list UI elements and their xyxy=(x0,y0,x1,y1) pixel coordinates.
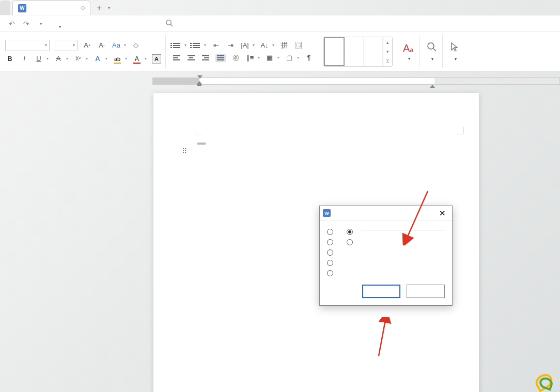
font-name-select[interactable]: ▾ xyxy=(5,40,50,51)
bold-icon[interactable]: B xyxy=(5,54,14,64)
svg-point-2 xyxy=(428,43,434,49)
search-icon[interactable] xyxy=(165,19,173,28)
distributed-icon[interactable]: ㊔ xyxy=(231,53,240,62)
para-options-icon[interactable]: ¶ xyxy=(304,53,314,62)
menu-insert[interactable] xyxy=(72,20,74,27)
selected-text[interactable] xyxy=(197,143,206,145)
align-left-icon[interactable] xyxy=(172,53,181,62)
superscript-icon[interactable]: X² xyxy=(73,54,83,64)
font-group: ▾ ▾ A+ A- Aa▾ ◇ B I U▾ A▾ X²▾ A▾ ab▾ A▾ … xyxy=(1,35,166,68)
highlight-icon[interactable]: ab xyxy=(113,54,122,64)
align-justify-icon[interactable] xyxy=(215,54,226,62)
radio-lowercase[interactable] xyxy=(327,239,336,245)
findreplace-button[interactable]: ▾ xyxy=(422,35,443,68)
margin-corner-tl xyxy=(195,127,202,134)
menu-tabs xyxy=(50,20,155,27)
align-right-icon[interactable] xyxy=(201,53,210,62)
sort-icon[interactable]: A↓ xyxy=(260,41,269,50)
style-h2[interactable] xyxy=(364,37,383,66)
word-icon: W xyxy=(18,4,26,12)
watermark xyxy=(535,374,554,388)
change-case-dialog: W ✕ xyxy=(319,206,453,306)
tab-document[interactable]: W xyxy=(12,1,90,15)
char-shading-icon[interactable]: A xyxy=(152,54,161,64)
radio-uppercase[interactable] xyxy=(327,249,336,256)
radio-sentence-case[interactable] xyxy=(327,229,336,235)
qat-dropdown-icon[interactable]: ▾ xyxy=(36,19,45,28)
ribbon: ▾ ▾ A+ A- Aa▾ ◇ B I U▾ A▾ X²▾ A▾ ab▾ A▾ … xyxy=(0,32,560,71)
stylebook-icon: Aₐ xyxy=(403,42,414,54)
document-tabs: W ＋ ▾ xyxy=(0,0,560,15)
style-up-icon[interactable]: ▴ xyxy=(383,38,392,47)
grow-font-icon[interactable]: A+ xyxy=(83,41,92,50)
borders-icon[interactable]: ▢ xyxy=(285,53,294,62)
pinyin-icon[interactable]: 拼 xyxy=(279,41,289,50)
radio-fullwidth[interactable] xyxy=(347,239,356,245)
italic-icon[interactable]: I xyxy=(20,54,29,64)
tab-unsaved-dot xyxy=(81,6,85,10)
menu-member[interactable] xyxy=(153,20,155,27)
menu-view[interactable] xyxy=(126,20,128,27)
shrink-font-icon[interactable]: A- xyxy=(97,41,106,50)
shading-icon[interactable]: ▦ xyxy=(265,53,274,62)
tab-template[interactable] xyxy=(0,1,10,15)
svg-line-1 xyxy=(170,24,173,26)
indent-icon[interactable]: ⇥ xyxy=(226,41,235,50)
redo-icon[interactable]: ↷ xyxy=(22,19,31,28)
clear-format-icon[interactable]: ◇ xyxy=(131,41,141,50)
svg-line-3 xyxy=(433,49,436,51)
right-indent-marker[interactable] xyxy=(430,84,435,89)
underline-icon[interactable]: U xyxy=(34,54,43,64)
outdent-icon[interactable]: ⇤ xyxy=(211,41,221,50)
paragraph-group: ▾ ▾ ⇤ ⇥ |A|▾ A↓▾ 拼 ⿴ ㊔ ‖≡▾ ▦▾ ▢▾ ¶ xyxy=(168,35,318,68)
style-h1[interactable] xyxy=(345,37,364,66)
horizontal-ruler[interactable] xyxy=(0,75,560,87)
char-spacing-icon[interactable]: |A| xyxy=(240,41,250,50)
radio-toggle-case[interactable] xyxy=(327,260,336,266)
strike-icon[interactable]: A xyxy=(54,54,63,64)
select-icon xyxy=(450,42,460,55)
menu-bar: ↶ ↷ ▾ xyxy=(0,15,560,32)
align-center-icon[interactable] xyxy=(186,53,196,62)
menu-tools[interactable] xyxy=(139,20,142,27)
style-down-icon[interactable]: ▾ xyxy=(383,47,392,56)
quick-access: ↶ ↷ ▾ xyxy=(3,19,50,28)
select-button[interactable]: ▾ xyxy=(445,35,465,68)
new-tab-dropdown[interactable]: ▾ xyxy=(106,5,112,10)
styles-gallery: ▴ ▾ ⊻ xyxy=(323,37,393,67)
hanging-indent[interactable] xyxy=(197,84,203,88)
undo-icon[interactable]: ↶ xyxy=(7,19,17,28)
radio-title-case[interactable] xyxy=(327,270,336,276)
find-icon xyxy=(427,42,437,55)
style-nav: ▴ ▾ ⊻ xyxy=(383,38,392,66)
change-case-icon[interactable]: Aa xyxy=(112,41,121,50)
stylebook-button[interactable]: Aₐ ▾ xyxy=(398,35,419,68)
menu-ref[interactable] xyxy=(99,20,101,27)
bullets-icon[interactable] xyxy=(172,41,181,50)
selection-handle[interactable]: ⠿ xyxy=(182,147,187,155)
first-line-indent[interactable] xyxy=(197,75,203,80)
menu-home[interactable] xyxy=(59,20,61,27)
margin-corner-tr xyxy=(456,127,463,134)
font-color-icon[interactable]: A xyxy=(132,54,142,64)
svg-point-0 xyxy=(166,20,171,24)
ok-button[interactable] xyxy=(362,285,400,298)
line-spacing-icon[interactable]: ‖≡ xyxy=(245,53,255,62)
menu-review[interactable] xyxy=(113,20,115,27)
menu-page[interactable] xyxy=(86,20,88,27)
numbering-icon[interactable] xyxy=(192,41,201,50)
new-tab-button[interactable]: ＋ xyxy=(92,1,106,14)
dialog-titlebar[interactable]: W ✕ xyxy=(320,206,452,221)
char-border-icon[interactable]: ⿴ xyxy=(294,41,303,50)
close-icon[interactable]: ✕ xyxy=(436,208,449,219)
word-icon: W xyxy=(323,209,331,217)
style-body[interactable] xyxy=(324,37,345,66)
style-more-icon[interactable]: ⊻ xyxy=(383,56,392,66)
watermark-logo-icon xyxy=(535,374,551,388)
cancel-button[interactable] xyxy=(407,285,445,298)
radio-halfwidth[interactable] xyxy=(347,229,356,235)
text-effect-icon[interactable]: A xyxy=(93,54,102,64)
font-size-select[interactable]: ▾ xyxy=(55,40,77,51)
